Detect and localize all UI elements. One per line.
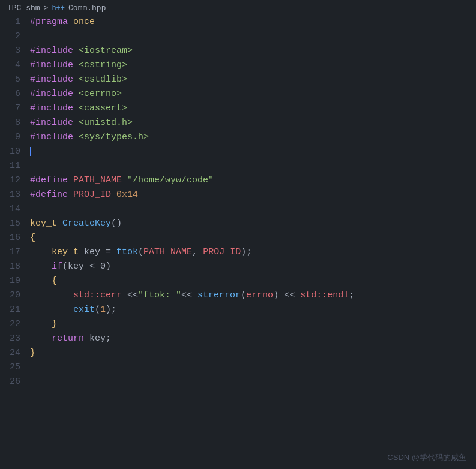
token-kw-include: #include xyxy=(30,118,79,128)
line-content: #include <unistd.h> xyxy=(30,117,476,128)
code-line: 17 key_t key = ftok(PATH_NAME, PROJ_ID); xyxy=(0,246,476,261)
code-line: 1#pragma once xyxy=(0,16,476,31)
watermark: CSDN @学代码的咸鱼 xyxy=(387,452,466,463)
token-kw-return: return xyxy=(52,333,84,344)
token-kw-plain xyxy=(30,319,52,329)
token-kw-function: CreateKey xyxy=(62,218,111,229)
line-content: #include <cstring> xyxy=(30,59,476,71)
code-line: 24} xyxy=(0,347,476,362)
line-content: #include <cerrno> xyxy=(30,88,476,100)
token-kw-include-lib: <cstring> xyxy=(79,60,127,70)
line-number: 11 xyxy=(0,160,30,171)
token-kw-macro-name: PATH_NAME xyxy=(143,247,192,257)
token-kw-include: #include xyxy=(30,60,79,70)
code-line: 3#include <iostream> xyxy=(0,45,476,59)
token-kw-include-lib: <sys/types.h> xyxy=(79,132,149,142)
token-kw-func-call: exit xyxy=(73,305,95,315)
line-number: 25 xyxy=(0,362,30,372)
line-number: 22 xyxy=(0,318,30,329)
token-kw-plain: = xyxy=(100,247,116,257)
token-kw-include: #include xyxy=(30,132,79,142)
token-kw-include-lib: <unistd.h> xyxy=(79,118,133,128)
token-kw-plain: ( xyxy=(95,305,100,315)
code-line: 6#include <cerrno> xyxy=(0,88,476,103)
line-number: 14 xyxy=(0,203,30,214)
breadcrumb-folder: IPC_shm xyxy=(7,4,40,13)
token-kw-plain xyxy=(30,276,52,286)
line-number: 18 xyxy=(0,261,30,272)
token-kw-plain xyxy=(30,290,73,300)
line-content: #pragma once xyxy=(30,16,476,28)
line-content xyxy=(30,203,476,205)
token-kw-var: key xyxy=(84,247,100,257)
line-content: #include <sys/types.h> xyxy=(30,131,476,143)
code-line: 11 xyxy=(0,160,476,175)
token-kw-plain: ( xyxy=(138,247,143,257)
line-number: 8 xyxy=(0,117,30,128)
code-line: 25 xyxy=(0,362,476,376)
line-number: 24 xyxy=(0,347,30,358)
line-content xyxy=(30,362,476,363)
line-number: 10 xyxy=(0,146,30,157)
token-kw-pragma: #pragma xyxy=(30,17,73,27)
token-kw-define-name: PROJ_ID xyxy=(73,190,111,200)
token-kw-plain: ); xyxy=(241,247,252,257)
token-kw-define: #define xyxy=(30,175,73,185)
token-kw-string: "ftok: " xyxy=(138,290,181,300)
token-kw-include-lib: <cstdlib> xyxy=(79,74,127,85)
token-kw-macro-name: errno xyxy=(246,290,273,300)
line-content: #define PATH_NAME "/home/wyw/code" xyxy=(30,175,476,186)
token-kw-once: once xyxy=(73,17,95,27)
token-kw-plain: ( xyxy=(241,290,246,300)
token-kw-plain xyxy=(30,247,52,257)
token-kw-plain: ); xyxy=(106,305,116,315)
code-line: 15key_t CreateKey() xyxy=(0,218,476,232)
token-kw-keyword: if xyxy=(52,261,62,272)
code-line: 19 { xyxy=(0,275,476,290)
line-content: #define PROJ_ID 0x14 xyxy=(30,189,476,200)
token-kw-stderr: std::endl xyxy=(300,290,349,300)
line-number: 5 xyxy=(0,74,30,85)
token-kw-brace: { xyxy=(30,233,35,243)
token-kw-brace: } xyxy=(52,319,57,329)
token-kw-plain: , xyxy=(192,247,203,257)
line-number: 23 xyxy=(0,333,30,344)
token-kw-macro-name: PROJ_ID xyxy=(203,247,241,257)
line-number: 7 xyxy=(0,103,30,113)
token-kw-stderr: std::cerr xyxy=(73,290,122,300)
code-container: 1#pragma once23#include <iostream>4#incl… xyxy=(0,16,476,464)
line-content: #include <cassert> xyxy=(30,103,476,114)
code-line: 2 xyxy=(0,31,476,45)
line-number: 20 xyxy=(0,290,30,300)
code-line: 26 xyxy=(0,376,476,390)
token-kw-plain xyxy=(122,175,127,185)
breadcrumb-bar: IPC_shm > h++ Comm.hpp xyxy=(0,0,476,16)
line-number: 2 xyxy=(0,31,30,41)
token-kw-plain xyxy=(30,261,52,272)
line-number: 19 xyxy=(0,275,30,286)
code-line: 5#include <cstdlib> xyxy=(0,74,476,88)
token-kw-plain xyxy=(111,190,116,200)
line-content xyxy=(30,31,476,32)
token-kw-plain: << xyxy=(122,290,138,300)
code-line: 8#include <unistd.h> xyxy=(0,117,476,131)
token-kw-plain: ; xyxy=(349,290,354,300)
token-kw-type: key_t xyxy=(52,247,84,257)
line-content: key_t key = ftok(PATH_NAME, PROJ_ID); xyxy=(30,246,476,258)
token-kw-plain: () xyxy=(111,218,122,229)
token-kw-brace: } xyxy=(30,348,35,358)
line-number: 13 xyxy=(0,189,30,200)
text-cursor xyxy=(30,147,31,156)
line-content: { xyxy=(30,232,476,243)
code-line: 14 xyxy=(0,203,476,218)
token-kw-define: #define xyxy=(30,190,73,200)
line-content: std::cerr <<"ftok: "<< strerror(errno) <… xyxy=(30,290,476,301)
token-kw-plain: key; xyxy=(84,333,111,344)
token-kw-include: #include xyxy=(30,46,79,56)
line-number: 21 xyxy=(0,304,30,315)
breadcrumb-file: Comm.hpp xyxy=(68,4,106,13)
line-content: key_t CreateKey() xyxy=(30,218,476,229)
token-kw-include: #include xyxy=(30,89,79,99)
code-line: 23 return key; xyxy=(0,333,476,347)
token-kw-func-call: strerror xyxy=(197,290,241,300)
